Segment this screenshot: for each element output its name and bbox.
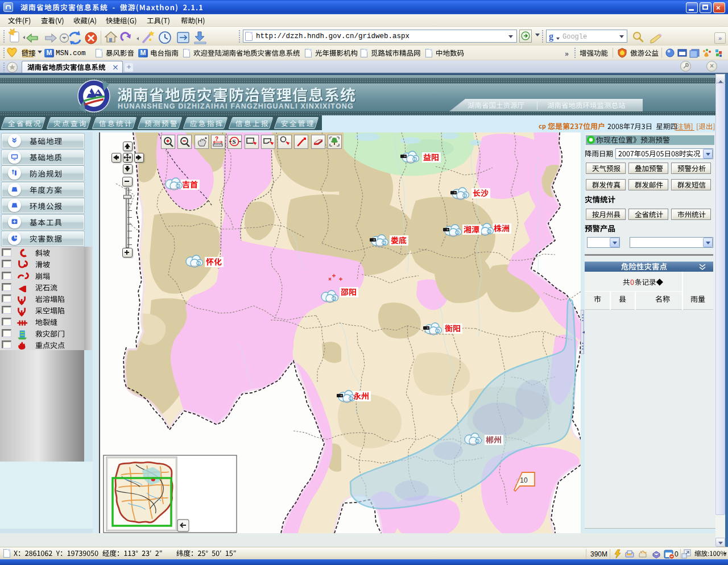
svg-text:?: ?	[215, 136, 218, 142]
svg-text:10: 10	[520, 476, 528, 484]
svg-text:S: S	[233, 138, 236, 145]
